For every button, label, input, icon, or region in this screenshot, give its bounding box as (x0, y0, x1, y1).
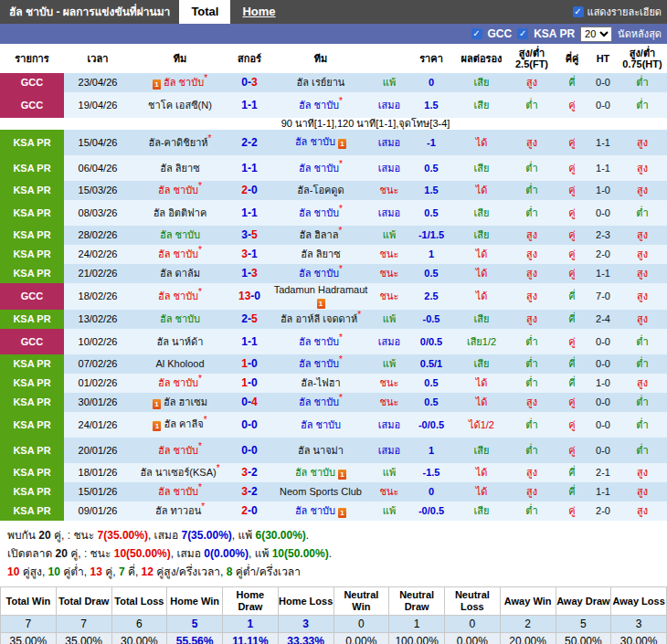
odd-even: คู่ (556, 130, 588, 155)
away-team: ฮัล-โอคดูด (270, 181, 371, 200)
home-mark-star-icon: * (204, 415, 207, 425)
home-team: ฮัล ชาบับ* (132, 283, 228, 310)
away-team: Tadamun Hadramaut 1 (270, 283, 371, 310)
ht-score: 0-0 (588, 73, 618, 92)
score: 3-2 (228, 482, 270, 501)
summary-text: 20 (38, 529, 50, 542)
over-under-ht: ต่ำ (618, 354, 667, 374)
stats-header-row: Total WinTotal DrawTotal LossHome WinHom… (1, 587, 667, 616)
match-date: 18/01/26 (64, 463, 132, 482)
ksa-checkbox-icon[interactable]: ✓ (517, 28, 528, 39)
home-team: ชาโค เอสซี(N) (132, 92, 228, 118)
stats-count: 5 (167, 616, 223, 633)
handicap-result: เสีย (455, 226, 508, 245)
stats-header-neutral-win: Neutral Win (334, 587, 389, 616)
score: 1-0 (228, 374, 270, 393)
stats-header-home-draw: Home Draw (223, 587, 279, 616)
league-badge: KSA PR (0, 463, 64, 482)
over-under-ft: สูง (508, 283, 556, 310)
home-team-name: Al Kholood (155, 358, 204, 369)
score: 3-2 (228, 463, 270, 482)
odd-even: คู่ (556, 329, 588, 354)
home-score: 2 (241, 504, 248, 517)
ht-score: 2-0 (588, 501, 618, 521)
stats-percent: 30.00% (111, 633, 167, 644)
odd-even: คี่ (556, 463, 588, 482)
summary-text: พบกัน (7, 529, 38, 542)
away-score: 2 (251, 485, 258, 498)
match-row: GCC23/04/261 ฮัล ชาบับ*0-3ฮัล เรย์ยานแพ้… (0, 73, 667, 92)
ht-score: 2-0 (588, 245, 618, 264)
gcc-checkbox-icon[interactable]: ✓ (471, 28, 482, 39)
odd-even: คู่ (556, 393, 588, 412)
league-badge: KSA PR (0, 354, 64, 374)
match-result: ชนะ (371, 264, 408, 283)
match-count-select[interactable]: 20 (580, 26, 612, 42)
match-result: เสมอ (371, 155, 408, 181)
home-team: ฮัล ชาบับ* (132, 181, 228, 200)
home-team: 1 ฮัล คาลีจ* (132, 412, 228, 438)
score: 2-2 (228, 130, 270, 155)
away-team: ฮัล ชาบับ* (270, 200, 371, 226)
away-score: 1 (251, 248, 258, 260)
checkbox-checked-icon[interactable]: ✓ (573, 6, 584, 17)
odd-even: คู่ (556, 200, 588, 226)
match-result: แพ้ (371, 73, 408, 92)
away-score: 1 (251, 335, 258, 348)
home-mark-star-icon: * (201, 501, 205, 512)
orange-badge-icon: 1 (338, 139, 346, 149)
odd-even: คู่ (556, 264, 588, 283)
stats-count: 3 (611, 616, 667, 633)
tab-home[interactable]: Home (230, 0, 287, 24)
match-result: ชนะ (371, 283, 408, 310)
over-under-ht: ต่ำ (618, 412, 667, 438)
handicap-price: 0.5 (408, 374, 455, 393)
odd-even: คู่ (556, 92, 588, 118)
league-badge: GCC (0, 92, 64, 118)
away-team-name: ฮัล ชาบับ (299, 396, 339, 407)
away-team-name: ฮัล ฮิลาล (300, 229, 339, 240)
home-mark-star-icon: * (339, 96, 343, 106)
tab-total[interactable]: Total (179, 0, 230, 24)
summary-text: 7 (119, 565, 125, 578)
over-under-ft: สูง (508, 463, 556, 482)
over-under-ht: สูง (618, 130, 667, 155)
summary-text: 10 (48, 565, 60, 578)
away-team-name: ฮัล ชาบับ (299, 268, 339, 279)
over-under-ft: ต่ำ (508, 412, 556, 438)
match-date: 08/03/26 (64, 200, 132, 226)
handicap-price: -0/0.5 (408, 412, 455, 438)
away-team: ฮัล-ไฟฮา (270, 374, 371, 393)
stats-count: 1 (389, 616, 445, 633)
home-mark-star-icon: * (338, 226, 342, 236)
orange-badge-icon: 1 (338, 470, 346, 480)
show-details-label: แสดงรายละเอียด (588, 4, 662, 20)
away-team: ฮัล ชาบับ* (270, 264, 371, 283)
handicap-price: -1 (408, 130, 455, 155)
odd-even: คู่ (556, 438, 588, 463)
summary-text: คู่ต่ำ, (60, 565, 90, 578)
summary-text: คู่, : ชนะ (68, 547, 114, 560)
away-team-name: ฮัล ชาบับ (295, 136, 335, 147)
match-row: KSA PR13/02/26ฮัล ชาบับ2-5ฮัล อาห์ลี เจด… (0, 310, 667, 329)
over-under-ft: สูง (508, 245, 556, 264)
summary-text: , เสมอ (171, 547, 205, 560)
home-team: ฮัล ดาล้ม (132, 264, 228, 283)
stats-percent: 35.00% (1, 633, 57, 644)
away-score: 0 (251, 418, 258, 431)
summary-section: พบกัน 20 คู่, : ชนะ 7(35.00%), เสมอ 7(35… (0, 521, 667, 583)
stats-count: 7 (1, 616, 57, 633)
match-date: 09/01/26 (64, 501, 132, 521)
score: 1-1 (228, 329, 270, 354)
handicap-price: 0.5/1 (408, 354, 455, 374)
stats-count: 5 (556, 616, 611, 633)
over-under-ht: สูง (618, 245, 667, 264)
over-under-ht: สูง (618, 374, 667, 393)
match-result: แพ้ (371, 354, 408, 374)
score: 0-0 (228, 412, 270, 438)
home-team: ฮัล นาห์ด้า (132, 329, 228, 354)
league-badge: KSA PR (0, 501, 64, 521)
summary-text: คู่สูง/ครึ่งเวลา, (154, 565, 227, 578)
match-result: แพ้ (371, 226, 408, 245)
home-team: 1 ฮัล ฮาเซม (132, 393, 228, 412)
